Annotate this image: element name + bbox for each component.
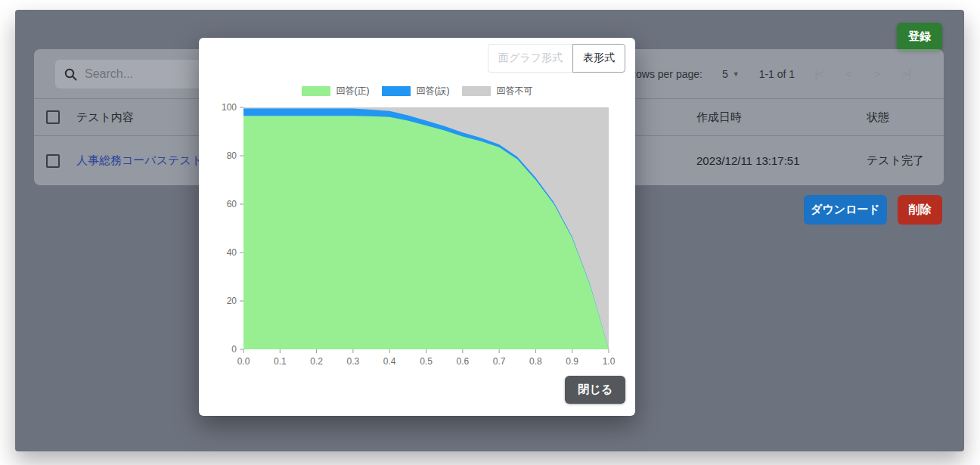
chart-legend: 回答(正)回答(誤)回答不可: [199, 85, 635, 98]
y-tick-label: 60: [227, 199, 237, 209]
legend-label: 回答不可: [497, 85, 533, 98]
register-button[interactable]: 登録: [897, 23, 942, 51]
download-button[interactable]: ダウンロード: [804, 195, 887, 225]
app-background: 登録 Rows per page: 5 ▼ 1-1 of 1 |< < >: [15, 10, 964, 451]
close-button[interactable]: 閉じる: [565, 376, 625, 404]
legend-item: 回答不可: [462, 85, 533, 98]
x-tick-label: 0.2: [310, 356, 323, 367]
table-actions: ダウンロード 削除: [804, 195, 942, 225]
legend-item: 回答(誤): [382, 85, 450, 98]
tab-table-format[interactable]: 表形式: [572, 44, 625, 73]
x-tick-label: 0.0: [237, 356, 250, 367]
y-tick-label: 100: [222, 103, 237, 113]
legend-swatch-icon: [382, 86, 411, 96]
page-size-value: 5: [722, 68, 728, 80]
row-status-cell: テスト完了: [867, 153, 933, 168]
search-icon: [64, 68, 77, 81]
y-tick-label: 0: [231, 344, 237, 355]
column-header-status: 状態: [867, 110, 933, 125]
x-tick-label: 0.3: [347, 356, 360, 367]
x-tick-label: 0.4: [383, 356, 396, 367]
x-tick-label: 0.6: [456, 356, 469, 367]
rows-per-page-label: Rows per page:: [628, 68, 702, 80]
row-created-cell: 2023/12/11 13:17:51: [696, 154, 867, 167]
x-tick-label: 0.8: [529, 356, 542, 367]
y-tick-label: 80: [227, 150, 237, 161]
x-tick-label: 0.5: [420, 356, 433, 367]
y-tick-label: 40: [227, 247, 237, 258]
pagination: Rows per page: 5 ▼ 1-1 of 1 |< < > >|: [628, 49, 910, 98]
row-checkbox[interactable]: [46, 154, 60, 168]
stacked-area-chart: 0204060801000.00.10.20.30.40.50.60.70.80…: [213, 103, 615, 372]
chevron-down-icon: ▼: [733, 70, 740, 78]
x-tick-label: 0.1: [274, 356, 287, 367]
column-header-created: 作成日時: [696, 110, 867, 125]
x-tick-label: 1.0: [603, 356, 615, 367]
page-size-select[interactable]: 5 ▼: [722, 68, 740, 80]
delete-button[interactable]: 削除: [898, 195, 942, 225]
legend-item: 回答(正): [302, 85, 370, 98]
y-tick-label: 20: [227, 296, 237, 306]
legend-label: 回答(誤): [417, 85, 450, 98]
x-tick-label: 0.7: [493, 356, 506, 367]
view-format-tabs: 面グラフ形式 表形式: [488, 44, 625, 73]
result-chart-modal: 面グラフ形式 表形式 回答(正)回答(誤)回答不可 0204060801000.…: [199, 38, 635, 416]
legend-swatch-icon: [302, 86, 330, 96]
last-page-icon[interactable]: >|: [902, 67, 910, 80]
select-all-checkbox[interactable]: [46, 110, 60, 124]
legend-swatch-icon: [462, 86, 491, 96]
next-page-icon[interactable]: >: [874, 67, 880, 80]
prev-page-icon[interactable]: <: [845, 67, 851, 80]
x-tick-label: 0.9: [566, 356, 578, 367]
legend-label: 回答(正): [336, 85, 370, 98]
pager-icons: |< < > >|: [814, 67, 910, 80]
pagination-range: 1-1 of 1: [759, 68, 795, 80]
first-page-icon[interactable]: |<: [814, 67, 823, 80]
tab-area-chart-format[interactable]: 面グラフ形式: [488, 44, 572, 73]
